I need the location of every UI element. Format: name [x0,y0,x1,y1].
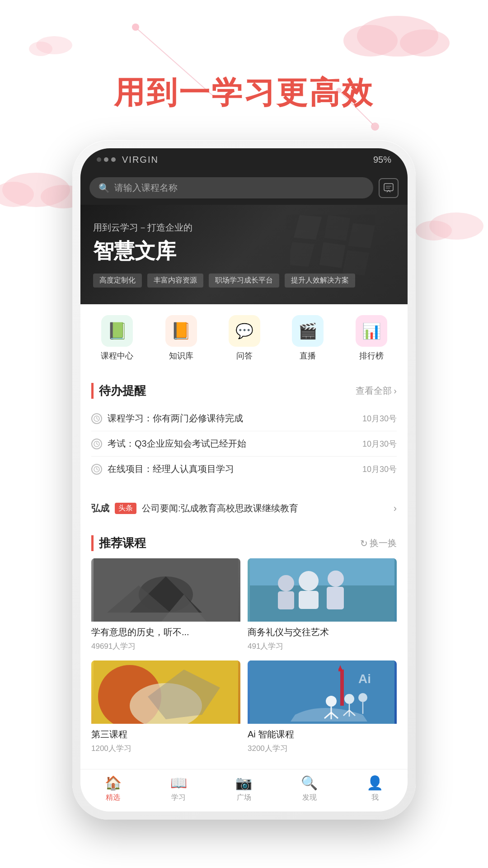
search-bar: 🔍 请输入课程名称 [80,171,408,205]
nav-knowledge-label: 知识库 [169,350,193,361]
nav-live[interactable]: 🎬 直播 [292,315,324,361]
svg-point-12 [371,123,379,131]
svg-point-63 [358,693,367,702]
camera-icon: 📷 [235,775,252,791]
todo-section: 待办提醒 查看全部 › 课程学习：你有两门必修课待完成 10月30号 [80,374,408,491]
banner-tag-2: 丰富内容资源 [147,274,203,288]
course-count-4: 3200人学习 [248,743,397,754]
todo-date-2: 10月30号 [362,439,397,449]
svg-point-10 [132,24,139,31]
app-tagline: 用到一学习更高效 [114,72,374,113]
course-card-4[interactable]: Ai Ai 智能课程 3200人学习 [248,660,397,755]
svg-rect-20 [348,223,375,248]
banner-tag-1: 高度定制化 [93,274,142,288]
tab-featured[interactable]: 🏠 精选 [105,775,122,802]
search-placeholder: 请输入课程名称 [114,182,178,194]
svg-rect-23 [343,250,370,275]
tab-discover-label: 发现 [302,793,317,802]
news-brand: 弘成 [91,502,109,514]
todo-item-2[interactable]: 考试：Q3企业应知会考试已经开始 10月30号 [91,431,397,457]
banner-tag-3: 职场学习成长平台 [209,274,279,288]
svg-point-1 [343,25,398,57]
book-icon: 📖 [170,775,187,791]
svg-rect-15 [384,184,393,191]
svg-point-3 [2,173,70,207]
user-icon: 👤 [366,775,383,791]
refresh-btn[interactable]: ↻ 换一换 [360,537,397,549]
course-card-2[interactable]: 商务礼仪与交往艺术 491人学习 [248,558,397,653]
search-input-area[interactable]: 🔍 请输入课程名称 [89,177,373,198]
svg-rect-19 [324,215,350,241]
news-arrow-icon: › [394,503,397,514]
courses-grid: 学有意思的历史，听不... 49691人学习 [91,558,397,755]
svg-rect-54 [338,669,342,671]
todo-date-1: 10月30号 [362,413,397,424]
svg-rect-22 [319,242,346,268]
nav-ranking[interactable]: 📊 排行榜 [356,315,387,361]
nav-qa[interactable]: 💬 问答 [229,315,260,361]
hero-banner: 用到云学习－打造企业的 智慧文库 高度定制化 丰富内容资源 职场学习成长平台 提… [80,205,408,304]
course-title-1: 学有意思的历史，听不... [91,626,240,638]
tab-me[interactable]: 👤 我 [366,775,383,802]
svg-point-43 [328,571,344,587]
svg-point-9 [29,42,52,56]
recommended-title: 推荐课程 [91,535,146,551]
todo-more[interactable]: 查看全部 › [356,385,397,397]
tab-discover[interactable]: 🔍 发现 [301,775,318,802]
todo-title: 待办提醒 [91,383,146,399]
discover-icon: 🔍 [301,775,318,791]
recommended-header: 推荐课程 ↻ 换一换 [91,535,397,551]
nav-ranking-label: 排行榜 [359,350,384,361]
course-count-2: 491人学习 [248,641,397,651]
notch [199,148,289,164]
course-card-3[interactable]: 第三课程 1200人学习 [91,660,240,755]
clock-icon-1 [91,413,102,424]
svg-point-0 [357,16,438,57]
course-count-3: 1200人学习 [91,743,240,754]
tab-bar: 🏠 精选 📖 学习 📷 广场 🔍 发现 👤 我 [80,769,408,811]
clock-icon-2 [91,439,102,449]
status-bar: VIRGIN 95% [80,148,408,171]
svg-line-32 [97,469,98,470]
nav-qa-label: 问答 [236,350,253,361]
svg-point-2 [400,29,450,57]
tab-study-label: 学习 [171,793,186,802]
tab-featured-label: 精选 [106,793,120,802]
svg-line-26 [97,419,98,420]
svg-point-7 [416,221,452,241]
svg-rect-21 [290,242,314,267]
nav-course-center-label: 课程中心 [101,350,133,361]
battery: 95% [373,155,391,165]
svg-rect-44 [327,587,344,609]
svg-rect-38 [94,558,238,622]
todo-item-3[interactable]: 在线项目：经理人认真项目学习 10月30号 [91,457,397,481]
recommended-section: 推荐课程 ↻ 换一换 [80,526,408,764]
tab-plaza[interactable]: 📷 广场 [235,775,252,802]
svg-rect-52 [340,670,344,706]
svg-rect-40 [250,585,394,622]
nav-course-center[interactable]: 📗 课程中心 [101,315,133,361]
news-hot-badge: 头条 [115,503,136,514]
svg-point-45 [278,575,294,591]
phone-mockup: VIRGIN 95% 🔍 请输入课程名称 [72,140,416,820]
carrier: VIRGIN [122,155,159,165]
todo-header: 待办提醒 查看全部 › [91,383,397,399]
todo-text-1: 课程学习：你有两门必修课待完成 [108,412,243,425]
tab-study[interactable]: 📖 学习 [170,775,187,802]
todo-item-1[interactable]: 课程学习：你有两门必修课待完成 10月30号 [91,406,397,431]
course-card-1[interactable]: 学有意思的历史，听不... 49691人学习 [91,558,240,653]
nav-live-label: 直播 [300,350,316,361]
search-icon: 🔍 [99,183,110,193]
tab-plaza-label: 广场 [237,793,251,802]
nav-knowledge[interactable]: 📙 知识库 [165,315,197,361]
todo-date-3: 10月30号 [362,464,397,475]
status-left: VIRGIN [97,155,159,165]
course-title-2: 商务礼仪与交往艺术 [248,626,397,638]
svg-rect-18 [294,215,322,240]
todo-text-3: 在线项目：经理人认真项目学习 [108,463,234,475]
svg-line-29 [97,444,98,445]
svg-point-55 [326,696,337,707]
message-icon[interactable] [379,178,399,198]
svg-point-41 [299,571,319,591]
news-bar[interactable]: 弘成 头条 公司要闻:弘成教育高校思政课继续教育 › [80,495,408,522]
